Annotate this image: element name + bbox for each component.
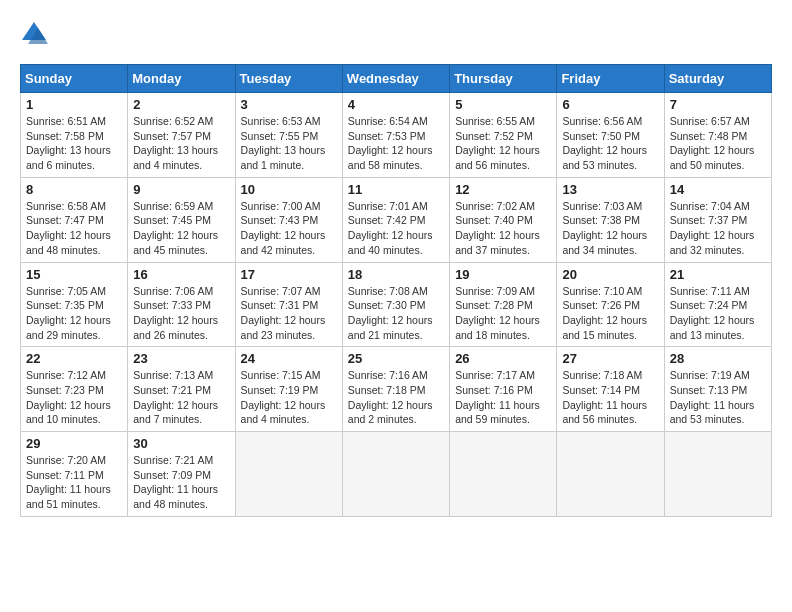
day-info: Sunrise: 7:10 AM Sunset: 7:26 PM Dayligh… [562, 284, 658, 343]
calendar-day: 16 Sunrise: 7:06 AM Sunset: 7:33 PM Dayl… [128, 262, 235, 347]
calendar-day-empty [557, 432, 664, 517]
day-info: Sunrise: 6:58 AM Sunset: 7:47 PM Dayligh… [26, 199, 122, 258]
calendar-day: 23 Sunrise: 7:13 AM Sunset: 7:21 PM Dayl… [128, 347, 235, 432]
calendar-day: 13 Sunrise: 7:03 AM Sunset: 7:38 PM Dayl… [557, 177, 664, 262]
day-info: Sunrise: 6:56 AM Sunset: 7:50 PM Dayligh… [562, 114, 658, 173]
calendar-week-row: 1 Sunrise: 6:51 AM Sunset: 7:58 PM Dayli… [21, 93, 772, 178]
day-number: 8 [26, 182, 122, 197]
day-number: 25 [348, 351, 444, 366]
day-info: Sunrise: 7:12 AM Sunset: 7:23 PM Dayligh… [26, 368, 122, 427]
day-info: Sunrise: 6:51 AM Sunset: 7:58 PM Dayligh… [26, 114, 122, 173]
day-info: Sunrise: 6:52 AM Sunset: 7:57 PM Dayligh… [133, 114, 229, 173]
day-number: 19 [455, 267, 551, 282]
calendar-day: 30 Sunrise: 7:21 AM Sunset: 7:09 PM Dayl… [128, 432, 235, 517]
day-number: 18 [348, 267, 444, 282]
col-sunday: Sunday [21, 65, 128, 93]
day-info: Sunrise: 7:03 AM Sunset: 7:38 PM Dayligh… [562, 199, 658, 258]
day-number: 5 [455, 97, 551, 112]
day-info: Sunrise: 7:21 AM Sunset: 7:09 PM Dayligh… [133, 453, 229, 512]
calendar-day: 2 Sunrise: 6:52 AM Sunset: 7:57 PM Dayli… [128, 93, 235, 178]
day-number: 20 [562, 267, 658, 282]
calendar-day: 25 Sunrise: 7:16 AM Sunset: 7:18 PM Dayl… [342, 347, 449, 432]
day-number: 13 [562, 182, 658, 197]
day-info: Sunrise: 7:19 AM Sunset: 7:13 PM Dayligh… [670, 368, 766, 427]
day-number: 12 [455, 182, 551, 197]
day-info: Sunrise: 6:54 AM Sunset: 7:53 PM Dayligh… [348, 114, 444, 173]
day-number: 16 [133, 267, 229, 282]
logo-icon [20, 20, 48, 48]
calendar-day-empty [450, 432, 557, 517]
day-number: 10 [241, 182, 337, 197]
day-info: Sunrise: 7:13 AM Sunset: 7:21 PM Dayligh… [133, 368, 229, 427]
day-info: Sunrise: 7:15 AM Sunset: 7:19 PM Dayligh… [241, 368, 337, 427]
day-number: 1 [26, 97, 122, 112]
day-number: 26 [455, 351, 551, 366]
calendar-week-row: 8 Sunrise: 6:58 AM Sunset: 7:47 PM Dayli… [21, 177, 772, 262]
day-number: 28 [670, 351, 766, 366]
day-number: 24 [241, 351, 337, 366]
col-thursday: Thursday [450, 65, 557, 93]
calendar-day: 1 Sunrise: 6:51 AM Sunset: 7:58 PM Dayli… [21, 93, 128, 178]
calendar-day: 6 Sunrise: 6:56 AM Sunset: 7:50 PM Dayli… [557, 93, 664, 178]
col-wednesday: Wednesday [342, 65, 449, 93]
col-friday: Friday [557, 65, 664, 93]
day-number: 29 [26, 436, 122, 451]
calendar-day: 5 Sunrise: 6:55 AM Sunset: 7:52 PM Dayli… [450, 93, 557, 178]
calendar-day: 8 Sunrise: 6:58 AM Sunset: 7:47 PM Dayli… [21, 177, 128, 262]
day-info: Sunrise: 7:04 AM Sunset: 7:37 PM Dayligh… [670, 199, 766, 258]
day-info: Sunrise: 7:17 AM Sunset: 7:16 PM Dayligh… [455, 368, 551, 427]
day-info: Sunrise: 7:18 AM Sunset: 7:14 PM Dayligh… [562, 368, 658, 427]
calendar-day: 22 Sunrise: 7:12 AM Sunset: 7:23 PM Dayl… [21, 347, 128, 432]
day-number: 11 [348, 182, 444, 197]
calendar-day: 20 Sunrise: 7:10 AM Sunset: 7:26 PM Dayl… [557, 262, 664, 347]
day-number: 3 [241, 97, 337, 112]
col-tuesday: Tuesday [235, 65, 342, 93]
calendar-day: 14 Sunrise: 7:04 AM Sunset: 7:37 PM Dayl… [664, 177, 771, 262]
day-info: Sunrise: 6:53 AM Sunset: 7:55 PM Dayligh… [241, 114, 337, 173]
day-info: Sunrise: 7:11 AM Sunset: 7:24 PM Dayligh… [670, 284, 766, 343]
day-info: Sunrise: 7:06 AM Sunset: 7:33 PM Dayligh… [133, 284, 229, 343]
calendar-header-row: Sunday Monday Tuesday Wednesday Thursday… [21, 65, 772, 93]
day-info: Sunrise: 7:20 AM Sunset: 7:11 PM Dayligh… [26, 453, 122, 512]
calendar-day: 10 Sunrise: 7:00 AM Sunset: 7:43 PM Dayl… [235, 177, 342, 262]
calendar-day-empty [664, 432, 771, 517]
day-number: 15 [26, 267, 122, 282]
day-number: 14 [670, 182, 766, 197]
day-number: 22 [26, 351, 122, 366]
day-number: 27 [562, 351, 658, 366]
day-info: Sunrise: 7:09 AM Sunset: 7:28 PM Dayligh… [455, 284, 551, 343]
calendar-day: 7 Sunrise: 6:57 AM Sunset: 7:48 PM Dayli… [664, 93, 771, 178]
calendar-day: 9 Sunrise: 6:59 AM Sunset: 7:45 PM Dayli… [128, 177, 235, 262]
calendar-day: 4 Sunrise: 6:54 AM Sunset: 7:53 PM Dayli… [342, 93, 449, 178]
calendar-day: 26 Sunrise: 7:17 AM Sunset: 7:16 PM Dayl… [450, 347, 557, 432]
day-info: Sunrise: 7:08 AM Sunset: 7:30 PM Dayligh… [348, 284, 444, 343]
calendar-day: 11 Sunrise: 7:01 AM Sunset: 7:42 PM Dayl… [342, 177, 449, 262]
page-header [20, 20, 772, 48]
day-info: Sunrise: 7:02 AM Sunset: 7:40 PM Dayligh… [455, 199, 551, 258]
calendar-day-empty [235, 432, 342, 517]
calendar-day: 24 Sunrise: 7:15 AM Sunset: 7:19 PM Dayl… [235, 347, 342, 432]
day-info: Sunrise: 6:59 AM Sunset: 7:45 PM Dayligh… [133, 199, 229, 258]
day-number: 7 [670, 97, 766, 112]
col-monday: Monday [128, 65, 235, 93]
day-info: Sunrise: 7:07 AM Sunset: 7:31 PM Dayligh… [241, 284, 337, 343]
day-number: 9 [133, 182, 229, 197]
day-info: Sunrise: 6:57 AM Sunset: 7:48 PM Dayligh… [670, 114, 766, 173]
logo [20, 20, 52, 48]
calendar-day: 15 Sunrise: 7:05 AM Sunset: 7:35 PM Dayl… [21, 262, 128, 347]
calendar-day: 19 Sunrise: 7:09 AM Sunset: 7:28 PM Dayl… [450, 262, 557, 347]
day-number: 30 [133, 436, 229, 451]
calendar-day: 3 Sunrise: 6:53 AM Sunset: 7:55 PM Dayli… [235, 93, 342, 178]
calendar-day: 12 Sunrise: 7:02 AM Sunset: 7:40 PM Dayl… [450, 177, 557, 262]
calendar-week-row: 22 Sunrise: 7:12 AM Sunset: 7:23 PM Dayl… [21, 347, 772, 432]
day-number: 4 [348, 97, 444, 112]
day-info: Sunrise: 7:05 AM Sunset: 7:35 PM Dayligh… [26, 284, 122, 343]
calendar-table: Sunday Monday Tuesday Wednesday Thursday… [20, 64, 772, 517]
day-info: Sunrise: 7:01 AM Sunset: 7:42 PM Dayligh… [348, 199, 444, 258]
day-number: 6 [562, 97, 658, 112]
day-number: 21 [670, 267, 766, 282]
day-number: 2 [133, 97, 229, 112]
day-info: Sunrise: 7:00 AM Sunset: 7:43 PM Dayligh… [241, 199, 337, 258]
calendar-day: 28 Sunrise: 7:19 AM Sunset: 7:13 PM Dayl… [664, 347, 771, 432]
calendar-day: 17 Sunrise: 7:07 AM Sunset: 7:31 PM Dayl… [235, 262, 342, 347]
